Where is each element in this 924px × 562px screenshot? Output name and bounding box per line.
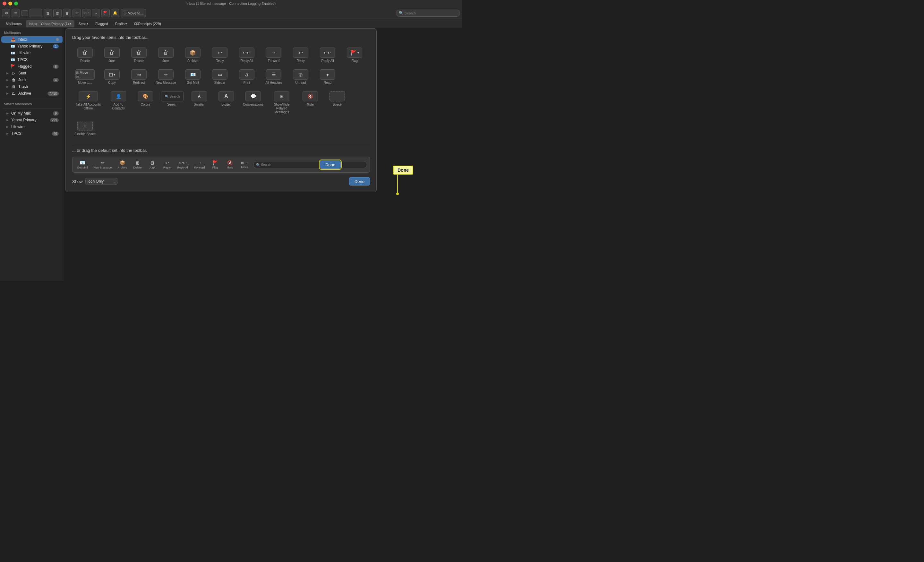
default-get-mail-icon: 📧: [80, 160, 85, 165]
default-junk[interactable]: 🗑 Junk: [146, 159, 159, 170]
show-label: Show: [72, 179, 83, 184]
rect-button-2[interactable]: [30, 9, 42, 17]
move-to-toolbar-button[interactable]: ⊞ Move to...: [121, 9, 146, 17]
default-search-label: Search: [261, 163, 272, 167]
sidebar-item-archive[interactable]: ▶ 🗂 Archive 7,430: [1, 90, 63, 97]
yahoo-section-badge: 229: [50, 118, 59, 122]
search-input[interactable]: [405, 11, 456, 15]
search-bar[interactable]: 🔍: [396, 10, 460, 17]
tab-sent[interactable]: Sent ▾: [75, 20, 92, 27]
tool-mute[interactable]: 🔇 Mute: [297, 89, 323, 117]
minimize-button[interactable]: [8, 2, 12, 6]
tool-archive[interactable]: 📦 Archive: [180, 45, 206, 66]
tool-space[interactable]: Space: [324, 89, 350, 117]
tool-add-contacts[interactable]: 👤 Add To Contacts: [105, 89, 131, 117]
default-archive[interactable]: 📦 Archive: [116, 159, 129, 170]
tool-show-hide[interactable]: ⊞ Show/Hide Related Messages: [267, 89, 296, 117]
default-reply[interactable]: ↩ Reply: [161, 159, 174, 170]
sidebar-item-lifewire[interactable]: 📧 Lifewire: [1, 50, 63, 56]
sidebar-item-on-my-mac[interactable]: ▶ On My Mac 9: [1, 110, 63, 117]
tool-reply-all2[interactable]: ↩↩ Reply All: [315, 45, 340, 66]
sidebar-item-tpcs-section[interactable]: ▶ TPCS 46: [1, 130, 63, 137]
tool-reply-all[interactable]: ↩↩ Reply All: [234, 45, 260, 66]
tool-get-mail[interactable]: 📧 Get Mail: [180, 67, 206, 87]
tool-redirect[interactable]: ⇒ Redirect: [126, 67, 152, 87]
tool-read[interactable]: ● Read: [315, 67, 340, 87]
tool-delete2[interactable]: 🗑 Delete: [126, 45, 152, 66]
inbox-expand-icon: ▾: [6, 38, 8, 41]
default-mute[interactable]: 🔇 Mute: [224, 159, 237, 170]
tool-reply2[interactable]: ↩ Reply: [288, 45, 314, 66]
sidebar-item-flagged[interactable]: ▾ 🚩 Flagged 6: [1, 63, 63, 70]
close-button[interactable]: [3, 2, 6, 6]
tool-colors[interactable]: 🎨 Colors: [132, 89, 158, 117]
tool-smaller[interactable]: A Smaller: [186, 89, 212, 117]
sidebar-item-sent[interactable]: ▶ ▷ Sent: [1, 70, 63, 77]
tab-drafts[interactable]: Drafts ▾: [112, 20, 130, 27]
tool-sidebar[interactable]: ▭ Sidebar: [207, 67, 232, 87]
tool-flexible-space[interactable]: ↔ Flexible Space: [72, 118, 98, 139]
sidebar-item-tpcs[interactable]: 📧 TPCS: [1, 57, 63, 63]
tool-take-all-offline[interactable]: ⚡ Take All Accounts Offline: [72, 89, 104, 117]
tool-search[interactable]: 🔍 Search Search: [159, 89, 185, 117]
tool-delete1[interactable]: 🗑 Delete: [72, 45, 98, 66]
tool-reply[interactable]: ↩ Reply: [207, 45, 232, 66]
done-button-main[interactable]: Done: [349, 177, 370, 185]
print-label: Print: [243, 81, 250, 85]
tab-flagged[interactable]: Flagged: [92, 20, 111, 27]
tool-all-headers[interactable]: ☰ All Headers: [261, 67, 286, 87]
delete-toolbar-3[interactable]: 🗑: [63, 9, 71, 17]
tab-mailboxes[interactable]: Mailboxes: [3, 20, 25, 27]
tab-inbox[interactable]: Inbox - Yahoo Primary (1) ▾: [26, 20, 75, 27]
compose-button[interactable]: ✏: [12, 9, 20, 17]
tool-bigger[interactable]: A Bigger: [213, 89, 239, 117]
sent-icon: ▷: [11, 71, 16, 75]
tool-unread[interactable]: ◎ Unread: [288, 67, 314, 87]
default-new-message[interactable]: ✏ New Message: [92, 159, 114, 170]
delete-toolbar-1[interactable]: 🗑: [44, 9, 52, 17]
move-to-icon-box: ⊞ Move to...: [75, 69, 94, 80]
tool-junk2[interactable]: 🗑 Junk: [153, 45, 179, 66]
default-delete[interactable]: 🗑 Delete: [131, 159, 144, 170]
default-forward-label: Forward: [194, 166, 205, 169]
rect-button-1[interactable]: [21, 10, 28, 16]
default-flag[interactable]: 🚩 Flag: [209, 159, 222, 170]
mail-icon-button[interactable]: ✉: [2, 9, 10, 17]
maximize-button[interactable]: [14, 2, 18, 6]
delete1-icon: 🗑: [82, 50, 88, 56]
delete-toolbar-2[interactable]: 🗑: [53, 9, 62, 17]
add-contacts-icon-box: 👤: [111, 91, 126, 101]
tool-forward[interactable]: → Forward: [261, 45, 286, 66]
tool-conversations[interactable]: 💬 Conversations: [240, 89, 266, 117]
tool-junk1[interactable]: 🗑 Junk: [99, 45, 125, 66]
sidebar-item-trash[interactable]: ▶ 🗑 Trash: [1, 83, 63, 90]
sidebar-item-junk[interactable]: ▶ 🗑 Junk 4: [1, 77, 63, 83]
flag-toolbar-button[interactable]: 🚩: [101, 9, 110, 17]
default-reply-all[interactable]: ↩↩ Reply All: [176, 159, 190, 170]
tool-flag[interactable]: 🚩 ▾ Flag: [342, 45, 368, 66]
sidebar-section-mailboxes: Mailboxes: [0, 28, 64, 36]
show-select-wrapper[interactable]: Icon Only Icon and Text Text Only: [86, 178, 117, 185]
bell-button[interactable]: 🔔: [111, 9, 119, 17]
tab-receipts[interactable]: 00Receipts (229): [131, 20, 164, 27]
undo-button[interactable]: ↩: [72, 9, 81, 17]
default-forward[interactable]: → Forward: [192, 159, 207, 170]
sidebar-item-yahoo-primary-section[interactable]: ▶ Yahoo Primary 229: [1, 117, 63, 123]
redo-button[interactable]: →: [92, 9, 100, 17]
tool-new-message[interactable]: ✏ New Message: [153, 67, 179, 87]
default-junk-icon: 🗑: [150, 160, 154, 165]
reply-all2-icon: ↩↩: [324, 50, 332, 55]
reply2-icon: ↩: [299, 50, 303, 56]
done-button-strip[interactable]: Done: [320, 161, 341, 169]
show-select[interactable]: Icon Only Icon and Text Text Only: [86, 178, 117, 185]
sidebar-item-lifewire-section[interactable]: ▶ Lifewire: [1, 123, 63, 130]
sidebar-item-inbox[interactable]: ▾ 📥 Inbox: [1, 36, 63, 43]
default-get-mail[interactable]: 📧 Get Mail: [75, 159, 90, 170]
default-move[interactable]: ⊞ → Move: [238, 159, 251, 170]
take-offline-icon-box: ⚡: [79, 91, 98, 101]
undo-all-button[interactable]: ↩↩: [82, 9, 90, 17]
tool-copy[interactable]: ⊡ ▾ Copy: [99, 67, 125, 87]
sidebar-item-yahoo-primary[interactable]: 📧 Yahoo Primary 1: [1, 43, 63, 50]
tool-print[interactable]: 🖨 Print: [234, 67, 260, 87]
tool-move-to[interactable]: ⊞ Move to... Move to...: [72, 67, 98, 87]
